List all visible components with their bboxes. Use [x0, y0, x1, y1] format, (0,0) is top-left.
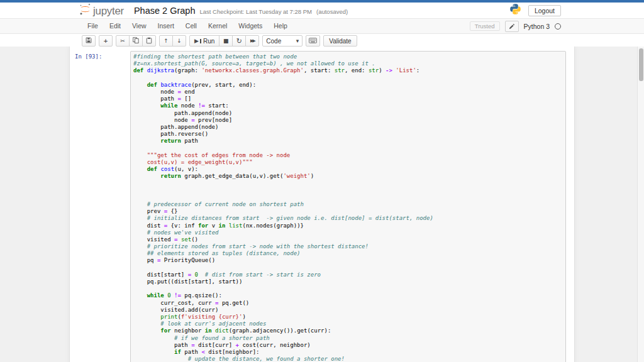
code-line [133, 194, 564, 201]
restart-run-all-button[interactable]: ▶▶ [245, 35, 259, 47]
jupyter-notebook-app: jupyter Phase 2 Graph Last Checkpoint: L… [0, 0, 644, 362]
validate-button[interactable]: Validate [323, 35, 357, 47]
code-line [133, 265, 564, 272]
kernel-idle-icon [555, 23, 561, 30]
code-line: return path [133, 138, 564, 145]
keyboard-icon [309, 38, 317, 45]
menu-item-kernel[interactable]: Kernel [203, 19, 233, 33]
code-line: path = [] [133, 96, 564, 102]
menu-item-file[interactable]: File [82, 19, 104, 33]
code-line: path.reverse() [133, 131, 564, 138]
code-line: #finding the shortest path between that … [133, 53, 564, 60]
code-line [133, 285, 564, 292]
code-line: visited.add(curr) [133, 307, 564, 314]
cell-type-value: Code [266, 38, 281, 45]
logout-button[interactable]: Logout [528, 5, 561, 16]
code-line: pq = PriorityQueue() [133, 257, 564, 264]
code-line [133, 145, 564, 151]
autosave-status: (autosaved) [316, 8, 348, 15]
code-line: path.append(node) [133, 110, 564, 117]
code-line: dist[start] = 0 # dist from start -> sta… [133, 272, 564, 278]
scrollbar-thumb[interactable] [639, 48, 643, 81]
code-line: visited = set() [133, 236, 564, 243]
jupyter-logo-icon [79, 3, 91, 18]
save-button[interactable] [82, 35, 96, 47]
run-button-label: Run [203, 38, 214, 45]
run-button[interactable]: ▶ Run [189, 35, 219, 47]
code-line: pq.put((dist[start], start)) [133, 278, 564, 285]
copy-button[interactable] [129, 35, 143, 47]
fast-forward-icon: ▶▶ [250, 39, 255, 43]
code-line: # update the distance, we found a shorte… [133, 356, 564, 362]
kernel-name: Python 3 [524, 23, 550, 30]
jupyter-logo-text: jupyter [93, 6, 124, 16]
code-line [133, 187, 564, 194]
stop-icon: ■ [223, 38, 229, 44]
move-cell-down-button[interactable]: ↓ [172, 35, 186, 47]
cell-type-select[interactable]: Code ▾ [262, 35, 303, 47]
code-line: node = end [133, 89, 564, 96]
trusted-badge: Trusted [470, 21, 500, 31]
chevron-down-icon: ▾ [296, 38, 299, 44]
code-line: # initialize distances from start -> giv… [133, 215, 564, 222]
interrupt-kernel-button[interactable]: ■ [219, 35, 233, 47]
code-line: node = prev[node] [133, 117, 564, 124]
menu-item-view[interactable]: View [126, 19, 152, 33]
code-lines: #finding the shortest path between that … [133, 53, 564, 362]
menu-item-edit[interactable]: Edit [104, 19, 126, 33]
add-cell-button[interactable]: + [99, 35, 113, 47]
floppy-icon [86, 37, 92, 45]
code-line: """get the cost of edges from node -> no… [133, 152, 564, 159]
code-line: # prioritize nodes from start -> node wi… [133, 243, 564, 250]
menubar-items: FileEditViewInsertCellKernelWidgetsHelp [82, 19, 293, 33]
checkpoint-status: Last Checkpoint: Last Tuesday at 7:28 PM [199, 8, 312, 15]
notebook-area: In [93]: #finding the shortest path betw… [0, 47, 644, 362]
pencil-icon [509, 21, 514, 32]
restart-icon: ↻ [236, 38, 242, 45]
code-line: def dijkstra(graph: 'networkx.classes.gr… [133, 67, 564, 74]
move-cell-up-button[interactable]: ↑ [159, 35, 173, 47]
code-line: # nodes we've visited [133, 229, 564, 236]
scissors-icon: ✂ [120, 38, 125, 44]
code-line: print(f'visiting {curr}') [133, 314, 564, 321]
code-line: cost(u,v) = edge_weight(u,v)""" [133, 159, 564, 166]
code-line: return graph.get_edge_data(u,v).get('wei… [133, 173, 564, 180]
code-line: ## elements stored as tuples (distance, … [133, 250, 564, 257]
paste-button[interactable] [142, 35, 156, 47]
code-line: # look at curr's adjacent nodes [133, 321, 564, 327]
cell-input-area[interactable]: #finding the shortest path between that … [130, 51, 566, 362]
validate-button-label: Validate [329, 38, 351, 45]
menu-item-widgets[interactable]: Widgets [233, 19, 268, 33]
code-line: curr_cost, curr = pq.get() [133, 300, 564, 307]
code-line: while node != start: [133, 102, 564, 109]
python-logo-icon [509, 3, 521, 18]
notebook-container: In [93]: #finding the shortest path betw… [69, 47, 575, 362]
code-line: if path < dist[neighbor]: [133, 349, 564, 356]
code-line: while 0 != pq.qsize(): [133, 292, 564, 299]
cut-button[interactable]: ✂ [116, 35, 130, 47]
notebook-title[interactable]: Phase 2 Graph [134, 6, 196, 16]
run-step-forward-icon: ▶ [194, 38, 199, 44]
menu-item-cell[interactable]: Cell [180, 19, 203, 33]
code-line: dist = {v: inf for v in list(nx.nodes(gr… [133, 222, 564, 229]
code-line [133, 75, 564, 82]
code-line: for neighbor in dict(graph.adjacency()).… [133, 327, 564, 334]
code-line: def backtrace(prev, start, end): [133, 82, 564, 89]
jupyter-logo[interactable]: jupyter [79, 3, 124, 18]
keyboard-shortcuts-button[interactable] [306, 35, 320, 47]
code-line: def cost(u, v): [133, 166, 564, 173]
header-right: Logout [509, 3, 561, 18]
code-line: #z=nx.shortest_path(G, source=a, target=… [133, 60, 564, 67]
copy-icon [133, 37, 139, 45]
cell-prompt: In [93]: [70, 51, 130, 60]
restart-kernel-button[interactable]: ↻ [232, 35, 246, 47]
code-line: path = dist[curr] + cost(curr, neighbor) [133, 342, 564, 349]
edit-mode-indicator [505, 21, 519, 32]
run-step-bar [200, 39, 201, 43]
code-cell[interactable]: In [93]: #finding the shortest path betw… [70, 51, 574, 362]
vertical-scrollbar[interactable] [637, 47, 644, 362]
code-line: prev = {} [133, 208, 564, 215]
menu-item-help[interactable]: Help [268, 19, 293, 33]
menu-item-insert[interactable]: Insert [152, 19, 180, 33]
code-line: # predecessor of current node on shortes… [133, 201, 564, 208]
